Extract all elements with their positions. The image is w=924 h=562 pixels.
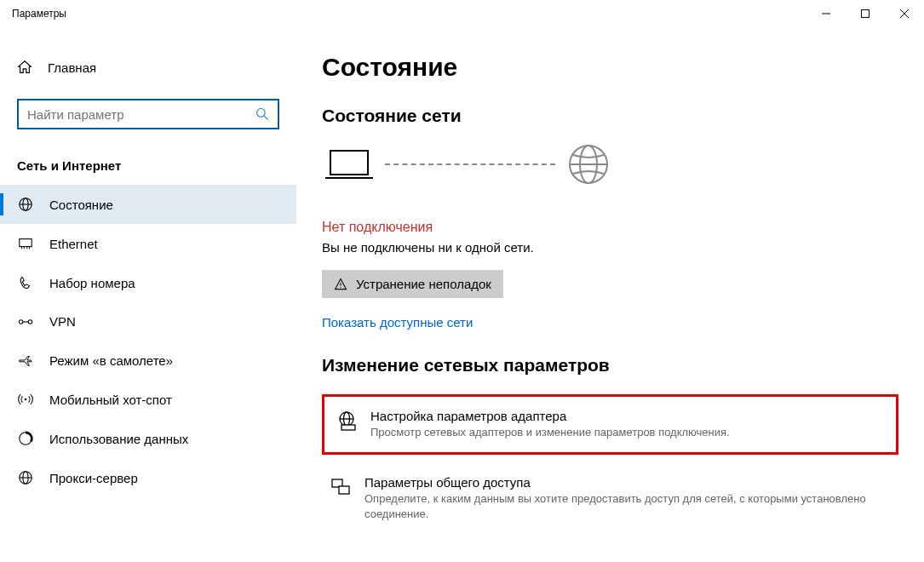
airplane-icon [17, 353, 34, 368]
sidebar-item-status[interactable]: Состояние [0, 185, 296, 224]
hotspot-icon [17, 392, 34, 407]
home-icon [17, 60, 32, 75]
sidebar-item-ethernet[interactable]: Ethernet [0, 224, 296, 263]
sidebar-item-airplane[interactable]: Режим «в самолете» [0, 341, 296, 380]
sidebar: Главная Сеть и Интернет Состояние Ethern… [0, 27, 296, 562]
main-content: Состояние Состояние сети Нет подключения… [296, 27, 924, 562]
proxy-icon [17, 470, 34, 485]
sidebar-item-label: Ethernet [49, 237, 98, 251]
data-usage-icon [17, 431, 34, 446]
search-icon [255, 107, 269, 121]
sidebar-item-data-usage[interactable]: Использование данных [0, 419, 296, 458]
svg-rect-9 [20, 239, 32, 247]
globe-icon [567, 143, 610, 186]
option-desc: Определите, к каким данным вы хотите пре… [364, 491, 890, 522]
change-settings-title: Изменение сетевых параметров [322, 355, 898, 376]
network-diagram [325, 143, 898, 186]
sidebar-item-proxy[interactable]: Прокси-сервер [0, 458, 296, 497]
svg-point-4 [257, 109, 266, 118]
minimize-button[interactable] [806, 0, 846, 27]
option-desc: Просмотр сетевых адаптеров и изменение п… [370, 425, 730, 440]
adapter-icon [336, 409, 357, 431]
sidebar-item-hotspot[interactable]: Мобильный хот-спот [0, 380, 296, 419]
maximize-button[interactable] [846, 0, 885, 27]
status-icon [17, 197, 34, 212]
sidebar-item-vpn[interactable]: VPN [0, 302, 296, 341]
svg-rect-34 [339, 486, 349, 494]
connection-line [385, 163, 555, 165]
home-button[interactable]: Главная [0, 51, 296, 83]
sidebar-item-label: Мобильный хот-спот [49, 393, 172, 407]
sidebar-item-label: Прокси-сервер [49, 471, 138, 485]
svg-point-17 [25, 399, 27, 401]
option-title: Настройка параметров адаптера [370, 409, 730, 423]
connection-error-title: Нет подключения [322, 220, 898, 235]
warning-icon [334, 278, 347, 291]
window-title: Параметры [12, 8, 66, 20]
option-title: Параметры общего доступа [364, 475, 890, 490]
sidebar-item-label: Состояние [49, 198, 113, 212]
sharing-settings-option[interactable]: Параметры общего доступа Определите, к к… [322, 467, 898, 530]
search-input[interactable] [27, 107, 255, 122]
svg-point-28 [340, 286, 341, 287]
page-title: Состояние [322, 53, 898, 82]
troubleshoot-button[interactable]: Устранение неполадок [322, 270, 503, 298]
sidebar-item-label: Использование данных [49, 432, 188, 446]
svg-line-5 [264, 116, 267, 119]
svg-rect-1 [862, 10, 869, 18]
home-label: Главная [48, 60, 96, 75]
svg-rect-22 [330, 151, 368, 175]
search-input-container[interactable] [17, 99, 279, 129]
show-networks-link[interactable]: Показать доступные сети [322, 315, 473, 330]
ethernet-icon [17, 236, 34, 251]
vpn-icon [17, 316, 34, 328]
sidebar-item-label: VPN [49, 314, 76, 329]
dialup-icon [17, 275, 34, 290]
sharing-icon [330, 475, 351, 497]
sidebar-item-label: Набор номера [49, 276, 135, 290]
troubleshoot-label: Устранение неполадок [356, 277, 491, 291]
highlighted-option: Настройка параметров адаптера Просмотр с… [322, 394, 898, 455]
svg-rect-32 [341, 425, 355, 430]
adapter-settings-option[interactable]: Настройка параметров адаптера Просмотр с… [328, 400, 892, 449]
category-header: Сеть и Интернет [0, 150, 296, 185]
sidebar-item-label: Режим «в самолете» [49, 353, 173, 368]
sidebar-item-dialup[interactable]: Набор номера [0, 263, 296, 302]
section-title: Состояние сети [322, 106, 898, 126]
svg-point-15 [28, 319, 32, 324]
svg-point-14 [19, 319, 23, 324]
close-button[interactable] [885, 0, 924, 27]
titlebar: Параметры [0, 0, 924, 27]
computer-icon [325, 147, 373, 181]
connection-error-desc: Вы не подключены ни к одной сети. [322, 240, 898, 255]
